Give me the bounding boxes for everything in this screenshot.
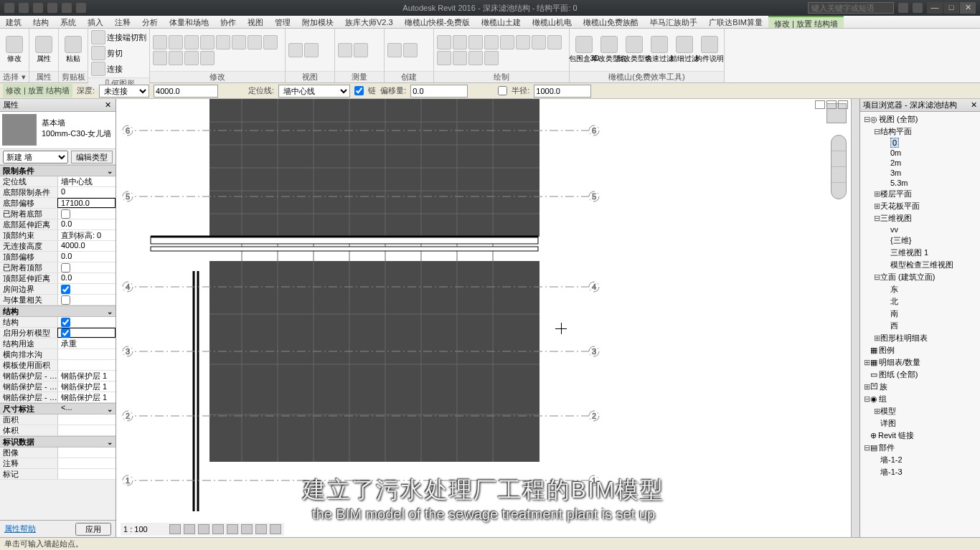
ribbon-tab[interactable]: 视图 [242,16,269,28]
ribbon-button[interactable]: 快速过滤 [648,34,671,66]
property-row[interactable]: 顶部偏移0.0 [0,252,116,262]
property-row[interactable]: 钢筋保护层 - 外...钢筋保护层 1 <... [0,371,116,381]
ribbon-tool-icon[interactable] [532,35,546,49]
ribbon-tool-icon[interactable] [453,51,467,65]
tree-node[interactable]: 东 [860,283,980,295]
ribbon-tab[interactable]: 体量和场地 [164,16,215,28]
property-row[interactable]: 体积 [0,425,116,436]
nav-zoom-icon[interactable] [831,151,846,167]
ribbon-tool-icon[interactable] [184,51,199,65]
property-checkbox[interactable] [61,209,70,219]
tree-node[interactable]: {三维} [860,234,980,247]
tree-node[interactable]: ⊟三维视图 [860,212,980,224]
ribbon-tool-icon[interactable] [516,35,530,49]
tree-node[interactable]: 三维视图 1 [860,247,980,259]
tree-node[interactable]: ⊞模型 [860,405,980,417]
view-minimize-icon[interactable] [815,100,825,109]
tree-node[interactable]: 南 [860,308,980,320]
ribbon-tool-icon[interactable] [338,43,352,57]
property-row[interactable]: 顶部约束直到标高: 0 [0,230,116,241]
tree-node[interactable]: 0m [860,148,980,158]
hide-isolate-icon[interactable] [255,524,267,534]
minimize-button[interactable]: — [927,2,943,14]
radius-input[interactable] [534,85,591,98]
ribbon-tool-icon[interactable] [453,35,467,49]
property-group-header[interactable]: 标识数据⌄ [0,436,116,447]
ribbon-tab[interactable]: 广联达BIM算量 [703,16,768,28]
tree-node[interactable]: ▦图例 [860,344,980,356]
type-selector[interactable]: 基本墙 100mm-C30-女儿墙 [0,112,116,149]
reveal-hidden-icon[interactable] [270,524,281,534]
nav-home-icon[interactable] [831,136,846,151]
tree-node[interactable]: ⊟立面 (建筑立面) [860,271,980,283]
ribbon-small-button[interactable] [91,62,105,76]
ribbon-tab[interactable]: 附加模块 [296,16,339,28]
depth-value-input[interactable] [154,85,218,98]
view-close-icon[interactable] [838,100,848,109]
tree-node[interactable]: ⊟▤部件 [860,442,980,454]
tree-node[interactable]: 3m [860,168,980,178]
tree-node[interactable]: ⊞▦明细表/数量 [860,356,980,369]
property-group-header[interactable]: 尺寸标注⌄ [0,403,116,414]
property-row[interactable]: 与体量相关 [0,295,116,305]
ribbon-tool-icon[interactable] [153,51,167,65]
qat-open-icon[interactable] [19,3,29,13]
ribbon-button[interactable]: 修改 [3,34,26,66]
ribbon-tool-icon[interactable] [437,51,451,65]
properties-help-link[interactable]: 属性帮助 [4,523,36,534]
property-row[interactable]: 面积 [0,414,116,425]
tree-node[interactable]: ⊞楼层平面 [860,188,980,200]
property-row[interactable]: 已附着顶部 [0,262,116,273]
ribbon-button[interactable]: 精细过滤 [673,34,696,66]
ribbon-tool-icon[interactable] [547,35,562,49]
property-row[interactable]: 房间边界 [0,284,116,295]
tree-node[interactable]: ▭图纸 (全部) [860,369,980,381]
property-checkbox[interactable] [61,263,70,272]
property-row[interactable]: 横向排水沟 [0,349,116,360]
view-scale[interactable]: 1 : 100 [123,525,166,534]
ribbon-tool-icon[interactable] [232,35,246,49]
ribbon-tab[interactable]: 橄榄山机电 [527,16,578,28]
detail-level-icon[interactable] [169,524,181,534]
tree-node[interactable]: 详图 [860,417,980,430]
ribbon-tool-icon[interactable] [200,51,215,65]
locline-select[interactable]: 墙中心线 [278,85,350,98]
help-icon[interactable] [913,3,923,13]
property-row[interactable]: 模板使用面积 [0,360,116,371]
tree-node[interactable]: 西 [860,320,980,332]
tree-node[interactable]: 北 [860,295,980,308]
ribbon-tool-icon[interactable] [216,35,230,49]
property-row[interactable]: 结构 [0,317,116,328]
qat-print-icon[interactable] [76,3,86,13]
property-checkbox[interactable] [61,285,70,294]
tree-node[interactable]: 模型检查三维视图 [860,259,980,271]
ribbon-tool-icon[interactable] [248,35,262,49]
navigation-bar[interactable] [831,135,847,199]
ribbon-tab[interactable]: 插入 [82,16,109,28]
ribbon-tool-icon[interactable] [169,51,183,65]
property-row[interactable]: 无连接高度4000.0 [0,241,116,252]
ribbon-tool-icon[interactable] [484,51,499,65]
ribbon-button[interactable]: 批改类型名 [623,34,646,66]
app-icon[interactable] [4,3,14,13]
drawing-area[interactable]: 66 55 44 33 22 11 建立了污水处理厂工程的BIM模型 the B… [116,99,851,537]
apply-button[interactable]: 应用 [75,523,111,536]
property-row[interactable]: 底部偏移17100.0 [0,198,116,209]
property-row[interactable]: 定位线墙中心线 [0,176,116,187]
user-icon[interactable] [898,3,908,13]
radius-checkbox[interactable] [498,86,507,95]
tree-node[interactable]: ⊞凹族 [860,381,980,393]
ribbon-tab[interactable]: 结构 [27,16,55,28]
ribbon-tool-icon[interactable] [169,35,183,49]
ribbon-tool-icon[interactable] [387,43,402,57]
ribbon-tool-icon[interactable] [468,51,483,65]
tree-node[interactable]: 5.3m [860,178,980,188]
property-row[interactable]: 结构用途承重 [0,338,116,349]
ribbon-tool-icon[interactable] [304,43,319,57]
ribbon-tool-icon[interactable] [403,43,418,57]
search-input[interactable] [808,2,894,14]
ribbon-tab[interactable]: 注释 [109,16,136,28]
sun-path-icon[interactable] [198,524,209,534]
property-row[interactable]: 图像 [0,447,116,458]
ribbon-tab[interactable]: 分析 [136,16,164,28]
